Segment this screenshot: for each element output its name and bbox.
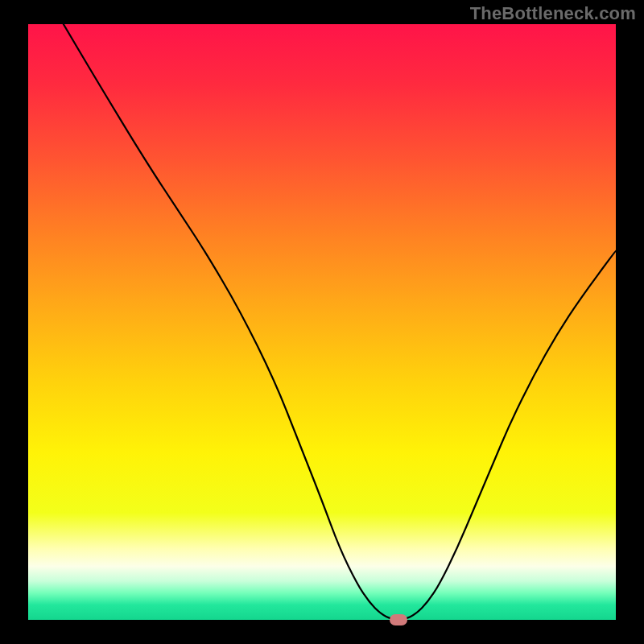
chart-frame: TheBottleneck.com — [0, 0, 644, 644]
watermark-text: TheBottleneck.com — [470, 3, 636, 24]
optimal-marker — [390, 614, 407, 625]
chart-svg — [28, 24, 616, 620]
plot-area — [28, 24, 616, 620]
